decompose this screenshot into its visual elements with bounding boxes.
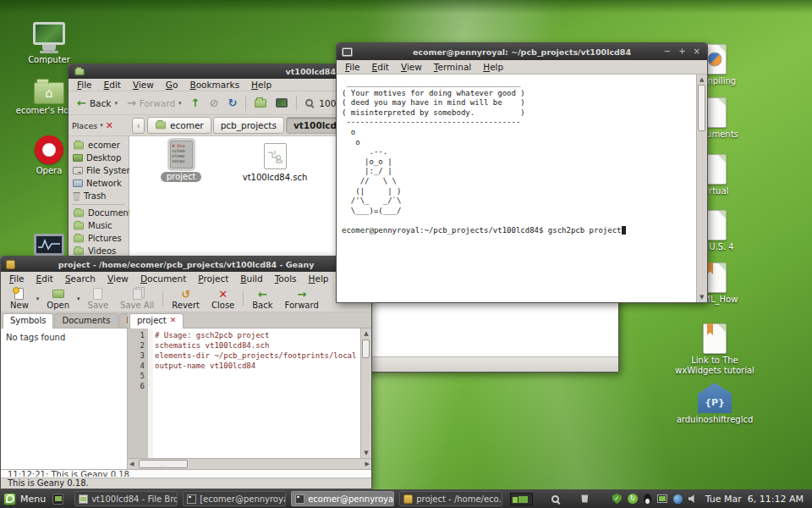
code-editor[interactable]: 1 # Usage: gsch2pcb project 2 schematics… <box>128 329 371 458</box>
back-arrow-icon: ← <box>77 97 86 108</box>
place-home[interactable]: ecomer <box>69 139 129 152</box>
scroll-right-icon[interactable]: ▶ <box>365 461 370 467</box>
menu-view[interactable]: View <box>102 273 134 285</box>
scrollbar-thumb[interactable]: ... <box>139 460 188 468</box>
menu-view[interactable]: View <box>127 79 160 91</box>
menu-go[interactable]: Go <box>160 79 184 91</box>
menu-file[interactable]: File <box>3 273 30 285</box>
close-tab-icon[interactable]: ✕ <box>170 317 177 324</box>
menu-button[interactable]: Menu <box>20 494 46 505</box>
panel-applet-icon[interactable] <box>52 494 63 505</box>
place-desktop[interactable]: Desktop <box>69 152 129 164</box>
menu-tools[interactable]: Tools <box>269 273 303 285</box>
new-button[interactable]: New <box>4 286 35 312</box>
menu-help[interactable]: Help <box>477 61 509 74</box>
menu-edit[interactable]: Edit <box>98 79 127 91</box>
stop-button[interactable]: ⊘ <box>206 97 222 109</box>
chevron-down-icon[interactable]: ▾ <box>114 100 118 107</box>
home-button[interactable] <box>251 98 270 108</box>
computer-button[interactable] <box>272 97 291 108</box>
chevron-down-icon[interactable]: ▾ <box>178 100 182 107</box>
place-pictures[interactable]: Pictures <box>69 232 129 245</box>
menu-search[interactable]: Search <box>59 273 102 285</box>
scrollbar-thumb[interactable] <box>362 340 370 358</box>
scroll-left-icon[interactable]: ◀ <box>129 461 134 467</box>
up-button[interactable]: ↑ <box>188 97 204 109</box>
bluetooth-globe-icon[interactable] <box>673 494 683 504</box>
menu-bookmarks[interactable]: Bookmarks <box>184 79 245 91</box>
zoom-out-button[interactable] <box>302 98 316 108</box>
editor-vscrollbar[interactable]: ▲ ▼ <box>360 329 371 458</box>
update-manager-icon[interactable]: ↻ <box>628 494 638 504</box>
menu-document[interactable]: Document <box>134 273 192 285</box>
mint-menu-icon[interactable] <box>3 493 16 505</box>
tux-icon[interactable] <box>644 494 651 504</box>
minimize-icon[interactable]: − <box>664 47 671 56</box>
tab-documents[interactable]: Documents <box>54 313 118 328</box>
scroll-down-icon[interactable]: ▼ <box>364 450 368 456</box>
forward-button[interactable]: → Forward ▾ <box>123 97 185 109</box>
network-monitor-icon[interactable] <box>657 494 667 503</box>
place-filesystem[interactable]: File System <box>69 164 129 177</box>
file-project[interactable]: # Usa schem eleme outpu project <box>153 141 209 182</box>
menu-file[interactable]: File <box>339 61 366 74</box>
tab-project-file[interactable]: project ✕ <box>129 313 184 329</box>
chevron-down-icon[interactable]: ▾ <box>35 295 41 302</box>
place-trash[interactable]: Trash <box>69 190 129 202</box>
open-button[interactable]: Open <box>41 286 75 312</box>
terminal-screen[interactable]: ______________________________________ (… <box>337 75 707 302</box>
place-documents[interactable]: Documents <box>69 207 129 219</box>
terminal-scrollbar[interactable]: ▲ ▼ <box>696 75 707 302</box>
workspace-switcher[interactable] <box>510 493 533 505</box>
save-all-button[interactable]: Save All <box>114 286 160 312</box>
menu-edit[interactable]: Edit <box>30 273 59 285</box>
desktop-icon-computer[interactable]: Computer <box>8 22 90 65</box>
menu-project[interactable]: Project <box>192 273 234 285</box>
search-icon[interactable] <box>551 495 559 503</box>
trash-icon[interactable] <box>581 494 589 503</box>
terminal-line: o <box>342 138 692 148</box>
tab-symbols[interactable]: Symbols <box>3 313 53 329</box>
taskbar-window-file-browser[interactable]: vt100lcd84 - File Bro... <box>74 491 178 506</box>
back-button[interactable]: ← Back ▾ <box>74 97 121 109</box>
save-button[interactable]: Save <box>82 286 115 312</box>
security-shield-icon[interactable]: ✓ <box>612 494 622 504</box>
taskbar-window-terminal-active[interactable]: ecomer@pennyroyal... <box>291 491 394 506</box>
maximize-icon[interactable]: + <box>678 47 685 56</box>
breadcrumb-ecomer[interactable]: ecomer <box>147 117 211 134</box>
scroll-down-icon[interactable]: ▼ <box>700 294 704 301</box>
menu-file[interactable]: File <box>71 79 98 91</box>
close-sidebar-icon[interactable]: ✕ <box>106 120 113 131</box>
close-button[interactable]: ✕ Close <box>206 286 240 312</box>
file-vt100lcd84-sch[interactable]: vt100lcd84.sch <box>234 143 315 182</box>
editor-hscrollbar[interactable]: ◀ ... ▶ <box>128 458 371 469</box>
place-music[interactable]: Music <box>69 219 129 232</box>
chevron-down-icon[interactable]: ▾ <box>75 295 82 302</box>
nav-forward-button[interactable]: → Forward <box>279 286 325 312</box>
reload-button[interactable]: ↻ <box>224 97 240 109</box>
breadcrumb-scroll-left[interactable]: ‹ <box>132 118 145 134</box>
close-icon[interactable]: × <box>694 47 700 56</box>
place-network[interactable]: Network <box>69 177 129 190</box>
chevron-down-icon[interactable]: ▾ <box>100 122 103 129</box>
terminal-titlebar[interactable]: ecomer@pennyroyal: ~/pcb_projects/vt100l… <box>337 43 707 60</box>
opera-icon <box>35 135 63 164</box>
menu-build[interactable]: Build <box>234 273 268 285</box>
scroll-up-icon[interactable]: ▲ <box>700 76 704 83</box>
revert-button[interactable]: ↺ Revert <box>166 286 206 312</box>
menu-edit[interactable]: Edit <box>366 61 395 74</box>
menu-help[interactable]: Help <box>245 79 277 91</box>
taskbar-window-terminal-minimized[interactable]: [ecomer@pennyroya... <box>183 491 286 506</box>
scroll-up-icon[interactable]: ▲ <box>364 330 368 337</box>
nav-back-button[interactable]: ← Back <box>246 286 278 312</box>
breadcrumb-pcb-projects[interactable]: pcb_projects <box>213 117 284 134</box>
scrollbar-thumb[interactable] <box>698 85 705 131</box>
taskbar-window-geany[interactable]: project - /home/eco... <box>399 491 502 506</box>
menu-view[interactable]: View <box>395 61 428 74</box>
desktop-icon-wxwidgets-link[interactable]: Link to The wxWidgets tutorial <box>674 323 755 376</box>
desktop-icon-arduinoshiftreglcd[interactable]: {P} arduinoshiftreglcd <box>674 383 755 425</box>
volume-icon[interactable] <box>689 494 697 503</box>
menu-terminal[interactable]: Terminal <box>428 61 477 74</box>
geany-titlebar[interactable]: project - /home/ecomer/pcb_projects/vt10… <box>1 257 371 272</box>
menu-help[interactable]: Help <box>303 273 335 285</box>
